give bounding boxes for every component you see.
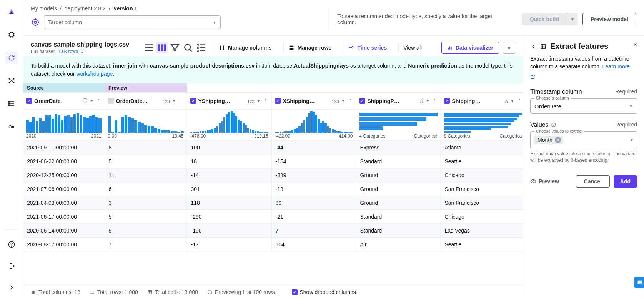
workshop-link[interactable]: workshop page (76, 71, 113, 77)
column-checkbox[interactable] (444, 98, 450, 104)
view-columns-icon[interactable] (156, 42, 168, 53)
column-name: OrderDate (34, 98, 80, 104)
nav-network-icon[interactable] (5, 75, 18, 87)
dataset-rows[interactable]: 1.0k rows (58, 49, 78, 54)
column-checkbox[interactable] (275, 98, 281, 104)
view-list-icon[interactable] (143, 42, 155, 53)
preview-model-button[interactable]: Preview model (582, 13, 636, 25)
caret-down-icon[interactable]: ▼ (90, 99, 94, 103)
logout-icon[interactable] (5, 260, 18, 272)
numbered-list-icon[interactable] (195, 42, 207, 53)
table-row[interactable]: 2020-08-17 00:00:007-17104AirSeattle (23, 238, 523, 251)
svg-rect-26 (83, 99, 87, 102)
caret-down-icon[interactable]: ▼ (511, 99, 514, 103)
column-header[interactable]: OrderDate▼⋮ (23, 93, 105, 110)
table-row[interactable]: 2021-07-06 00:00:006301-13GroundSan Fran… (23, 182, 523, 196)
help-icon[interactable] (5, 238, 18, 251)
expand-icon[interactable] (5, 281, 18, 294)
column-header[interactable]: XShipping…123▼⋮ (271, 93, 356, 110)
external-link-icon[interactable] (530, 74, 637, 81)
back-icon[interactable] (530, 43, 536, 50)
filter-icon[interactable] (169, 42, 181, 53)
timestamp-column-select[interactable]: Choose a column OrderDate ▼ (530, 98, 637, 114)
column-chart: 20202021 (23, 110, 105, 141)
edit-icon[interactable] (80, 49, 85, 54)
learn-more-link[interactable]: Learn more (602, 63, 630, 70)
view-all-button[interactable]: View all (398, 42, 426, 54)
table-row[interactable]: 2020-09-11 00:00:008100-44ExpressAtlanta (23, 141, 523, 154)
caret-down-icon: ▼ (213, 20, 216, 25)
close-icon[interactable] (632, 42, 638, 48)
svg-rect-22 (289, 48, 293, 50)
more-button[interactable]: ⌄ (503, 42, 515, 54)
info-icon[interactable] (551, 122, 556, 128)
cell: 2021-07-06 00:00:00 (23, 182, 105, 196)
table-row[interactable]: 2021-06-22 00:00:00518-154StandardSeattl… (23, 154, 523, 168)
logo-icon[interactable] (5, 5, 18, 18)
time-series-button[interactable]: Time series (343, 42, 391, 54)
crumb-deployment[interactable]: deployment 2.8.2 (65, 5, 106, 12)
column-checkbox[interactable] (190, 98, 196, 104)
column-checkbox[interactable] (108, 98, 114, 104)
chip-remove-icon[interactable]: ✕ (555, 137, 561, 143)
column-header[interactable]: Shipping…A▼⋮ (441, 93, 523, 110)
data-visualizer-button[interactable]: Data visualizer (441, 42, 499, 54)
values-select[interactable]: Choose values to extract Month ✕ ▼ (530, 131, 637, 148)
rows-icon (288, 45, 295, 51)
preview-button[interactable]: Preview (530, 178, 559, 184)
table-row[interactable]: 2021-04-03 00:00:00311889GroundSan Franc… (23, 196, 523, 210)
columns-icon (219, 45, 225, 51)
required-label: Required (615, 88, 637, 95)
nav-chip-icon[interactable] (5, 28, 18, 41)
kebab-icon[interactable]: ⋮ (178, 98, 184, 104)
table-row[interactable]: 2020-12-25 00:00:0011-14-389GroundChicag… (23, 168, 523, 182)
quick-build-dropdown: ▼ (567, 13, 578, 25)
manage-columns-button[interactable]: Manage columns (214, 42, 276, 54)
chat-icon[interactable] (634, 277, 644, 288)
column-header[interactable]: ShippingP…A▼⋮ (356, 93, 441, 110)
column-chart: -422.00414.00 (271, 110, 356, 141)
cell: Atlanta (441, 141, 523, 154)
kebab-icon[interactable]: ⋮ (96, 98, 102, 104)
eye-icon (530, 178, 536, 184)
table-row[interactable]: 2020-06-14 00:00:005-1907StandardLas Veg… (23, 224, 523, 238)
manage-rows-button[interactable]: Manage rows (283, 42, 336, 54)
caret-down-icon[interactable]: ▼ (172, 99, 176, 103)
timeseries-icon (348, 45, 354, 51)
kebab-icon[interactable]: ⋮ (517, 98, 522, 104)
svg-rect-20 (223, 46, 224, 50)
kebab-icon[interactable]: ⋮ (348, 98, 353, 104)
cancel-button[interactable]: Cancel (576, 175, 610, 188)
search-icon[interactable] (182, 42, 194, 53)
cell: 5 (105, 210, 187, 224)
nav-toggle-icon[interactable] (5, 121, 18, 133)
column-header[interactable]: YShipping…123▼⋮ (187, 93, 271, 110)
nav-list-icon[interactable] (5, 98, 18, 110)
required-label: Required (615, 121, 637, 128)
svg-rect-32 (541, 44, 546, 48)
caret-down-icon[interactable]: ▼ (341, 99, 345, 103)
cell: Ground (356, 196, 441, 210)
show-dropped-checkbox[interactable] (292, 289, 298, 295)
kebab-icon[interactable]: ⋮ (432, 98, 438, 104)
target-column-select[interactable]: Target column ▼ (44, 15, 221, 29)
svg-rect-23 (448, 48, 449, 50)
target-icon (31, 18, 40, 27)
column-checkbox[interactable] (26, 98, 32, 104)
caret-down-icon[interactable]: ▼ (426, 99, 430, 103)
cell: 11 (105, 168, 187, 182)
add-button[interactable]: Add (614, 175, 637, 188)
crumb-models[interactable]: My models (31, 5, 57, 12)
nav-refresh-icon[interactable] (5, 51, 18, 64)
svg-rect-16 (161, 44, 163, 51)
target-placeholder: Target column (48, 19, 82, 25)
total-rows: Total rows: 1,000 (97, 289, 138, 295)
caret-down-icon[interactable]: ▼ (257, 99, 261, 103)
data-area: canvas-sample-shipping-logs.csv Full dat… (23, 36, 523, 299)
kebab-icon[interactable]: ⋮ (263, 98, 268, 104)
cell: 5 (105, 154, 187, 168)
column-checkbox[interactable] (359, 98, 365, 104)
quick-build-button: Quick build (522, 13, 567, 25)
table-row[interactable]: 2021-06-17 00:00:005-290-21StandardChica… (23, 210, 523, 224)
column-header[interactable]: OrderDate…123▼⋮ (105, 93, 187, 110)
